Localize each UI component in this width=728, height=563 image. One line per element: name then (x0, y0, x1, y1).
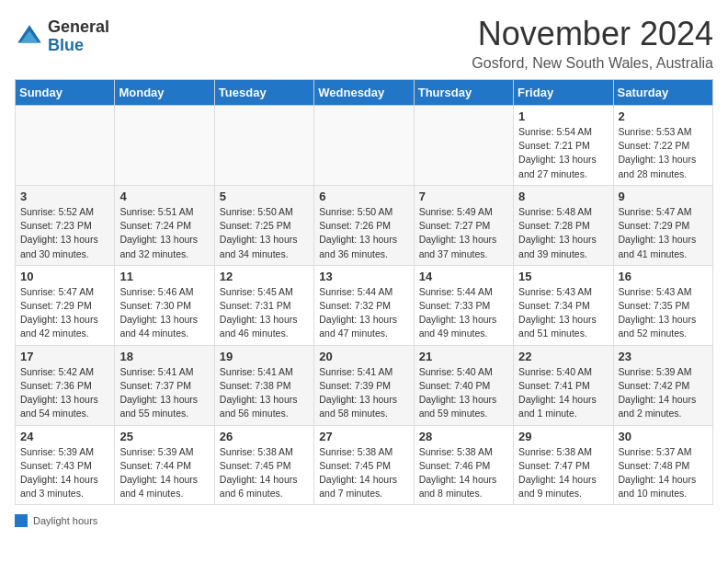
calendar-cell: 20Sunrise: 5:41 AM Sunset: 7:39 PM Dayli… (314, 345, 414, 425)
legend: Daylight hours (15, 514, 713, 527)
calendar-header-saturday: Saturday (613, 80, 712, 106)
day-number: 10 (20, 270, 110, 283)
day-info: Sunrise: 5:43 AM Sunset: 7:34 PM Dayligh… (518, 285, 609, 341)
calendar-cell (115, 106, 214, 186)
day-info: Sunrise: 5:39 AM Sunset: 7:44 PM Dayligh… (119, 445, 210, 501)
day-info: Sunrise: 5:51 AM Sunset: 7:24 PM Dayligh… (119, 205, 210, 261)
calendar-cell: 22Sunrise: 5:40 AM Sunset: 7:41 PM Dayli… (514, 345, 613, 425)
location-subtitle: Gosford, New South Wales, Australia (472, 55, 713, 72)
calendar-cell: 29Sunrise: 5:38 AM Sunset: 7:47 PM Dayli… (514, 425, 613, 505)
day-number: 5 (220, 190, 310, 203)
day-number: 6 (319, 190, 409, 203)
legend-label: Daylight hours (33, 515, 97, 526)
day-info: Sunrise: 5:47 AM Sunset: 7:29 PM Dayligh… (619, 205, 709, 261)
day-number: 15 (518, 270, 609, 283)
day-info: Sunrise: 5:48 AM Sunset: 7:28 PM Dayligh… (518, 205, 609, 261)
day-number: 4 (119, 190, 210, 203)
day-number: 24 (20, 430, 110, 443)
day-number: 21 (419, 350, 509, 363)
calendar-cell: 18Sunrise: 5:41 AM Sunset: 7:37 PM Dayli… (115, 345, 214, 425)
day-number: 28 (419, 430, 509, 443)
day-number: 12 (220, 270, 310, 283)
day-number: 2 (619, 109, 709, 123)
calendar-header-friday: Friday (514, 80, 613, 106)
day-number: 27 (319, 430, 409, 443)
day-number: 18 (119, 350, 210, 363)
calendar-cell: 10Sunrise: 5:47 AM Sunset: 7:29 PM Dayli… (16, 265, 115, 345)
calendar-cell: 17Sunrise: 5:42 AM Sunset: 7:36 PM Dayli… (16, 345, 115, 425)
day-info: Sunrise: 5:52 AM Sunset: 7:23 PM Dayligh… (20, 205, 110, 261)
calendar-header-monday: Monday (115, 80, 214, 106)
day-number: 22 (518, 350, 609, 363)
calendar-cell: 11Sunrise: 5:46 AM Sunset: 7:30 PM Dayli… (115, 265, 214, 345)
calendar-cell: 19Sunrise: 5:41 AM Sunset: 7:38 PM Dayli… (214, 345, 313, 425)
calendar-cell (16, 106, 115, 186)
day-info: Sunrise: 5:45 AM Sunset: 7:31 PM Dayligh… (220, 285, 310, 341)
calendar-cell: 8Sunrise: 5:48 AM Sunset: 7:28 PM Daylig… (514, 185, 613, 265)
day-number: 20 (319, 350, 409, 363)
day-info: Sunrise: 5:38 AM Sunset: 7:45 PM Dayligh… (319, 445, 409, 501)
day-info: Sunrise: 5:41 AM Sunset: 7:38 PM Dayligh… (220, 365, 310, 421)
calendar-cell (214, 106, 313, 186)
day-info: Sunrise: 5:38 AM Sunset: 7:47 PM Dayligh… (518, 445, 609, 501)
day-info: Sunrise: 5:39 AM Sunset: 7:42 PM Dayligh… (619, 365, 709, 421)
title-block: November 2024 Gosford, New South Wales, … (472, 15, 713, 72)
calendar-cell: 25Sunrise: 5:39 AM Sunset: 7:44 PM Dayli… (115, 425, 214, 505)
day-number: 30 (619, 430, 709, 443)
calendar-header-tuesday: Tuesday (214, 80, 313, 106)
logo-general-text: General (48, 18, 109, 37)
calendar-cell: 21Sunrise: 5:40 AM Sunset: 7:40 PM Dayli… (414, 345, 513, 425)
day-info: Sunrise: 5:54 AM Sunset: 7:21 PM Dayligh… (518, 125, 609, 181)
calendar-cell: 7Sunrise: 5:49 AM Sunset: 7:27 PM Daylig… (414, 185, 513, 265)
day-number: 11 (119, 270, 210, 283)
day-number: 17 (20, 350, 110, 363)
day-number: 8 (518, 190, 609, 203)
calendar-cell: 15Sunrise: 5:43 AM Sunset: 7:34 PM Dayli… (514, 265, 613, 345)
calendar-cell (314, 106, 414, 186)
day-info: Sunrise: 5:40 AM Sunset: 7:41 PM Dayligh… (518, 365, 609, 421)
day-number: 26 (220, 430, 310, 443)
calendar-header-wednesday: Wednesday (314, 80, 414, 106)
month-title: November 2024 (472, 15, 713, 53)
day-number: 1 (518, 109, 609, 123)
calendar-cell: 13Sunrise: 5:44 AM Sunset: 7:32 PM Dayli… (314, 265, 414, 345)
day-number: 14 (419, 270, 509, 283)
calendar-cell: 1Sunrise: 5:54 AM Sunset: 7:21 PM Daylig… (514, 106, 613, 186)
day-info: Sunrise: 5:43 AM Sunset: 7:35 PM Dayligh… (619, 285, 709, 341)
calendar-cell: 3Sunrise: 5:52 AM Sunset: 7:23 PM Daylig… (16, 185, 115, 265)
day-info: Sunrise: 5:38 AM Sunset: 7:46 PM Dayligh… (419, 445, 509, 501)
day-info: Sunrise: 5:49 AM Sunset: 7:27 PM Dayligh… (419, 205, 509, 261)
calendar-header-thursday: Thursday (414, 80, 513, 106)
calendar-cell: 6Sunrise: 5:50 AM Sunset: 7:26 PM Daylig… (314, 185, 414, 265)
calendar-table: SundayMondayTuesdayWednesdayThursdayFrid… (15, 79, 713, 505)
day-number: 9 (619, 190, 709, 203)
logo-text: General Blue (48, 18, 109, 55)
day-info: Sunrise: 5:44 AM Sunset: 7:33 PM Dayligh… (419, 285, 509, 341)
day-info: Sunrise: 5:41 AM Sunset: 7:37 PM Dayligh… (119, 365, 210, 421)
calendar-cell: 14Sunrise: 5:44 AM Sunset: 7:33 PM Dayli… (414, 265, 513, 345)
day-number: 7 (419, 190, 509, 203)
logo: General Blue (15, 18, 109, 55)
day-info: Sunrise: 5:37 AM Sunset: 7:48 PM Dayligh… (619, 445, 709, 501)
calendar-cell: 2Sunrise: 5:53 AM Sunset: 7:22 PM Daylig… (613, 106, 712, 186)
calendar-cell: 9Sunrise: 5:47 AM Sunset: 7:29 PM Daylig… (613, 185, 712, 265)
day-number: 3 (20, 190, 110, 203)
day-info: Sunrise: 5:40 AM Sunset: 7:40 PM Dayligh… (419, 365, 509, 421)
calendar-cell: 26Sunrise: 5:38 AM Sunset: 7:45 PM Dayli… (214, 425, 313, 505)
calendar-cell: 4Sunrise: 5:51 AM Sunset: 7:24 PM Daylig… (115, 185, 214, 265)
day-info: Sunrise: 5:41 AM Sunset: 7:39 PM Dayligh… (319, 365, 409, 421)
day-number: 19 (220, 350, 310, 363)
day-info: Sunrise: 5:42 AM Sunset: 7:36 PM Dayligh… (20, 365, 110, 421)
day-info: Sunrise: 5:50 AM Sunset: 7:26 PM Dayligh… (319, 205, 409, 261)
day-info: Sunrise: 5:39 AM Sunset: 7:43 PM Dayligh… (20, 445, 110, 501)
day-info: Sunrise: 5:47 AM Sunset: 7:29 PM Dayligh… (20, 285, 110, 341)
legend-color-box (15, 514, 28, 527)
day-info: Sunrise: 5:38 AM Sunset: 7:45 PM Dayligh… (220, 445, 310, 501)
day-number: 25 (119, 430, 210, 443)
calendar-cell: 5Sunrise: 5:50 AM Sunset: 7:25 PM Daylig… (214, 185, 313, 265)
calendar-cell: 28Sunrise: 5:38 AM Sunset: 7:46 PM Dayli… (414, 425, 513, 505)
logo-blue-text: Blue (48, 37, 109, 55)
day-number: 13 (319, 270, 409, 283)
day-number: 23 (619, 350, 709, 363)
day-info: Sunrise: 5:46 AM Sunset: 7:30 PM Dayligh… (119, 285, 210, 341)
